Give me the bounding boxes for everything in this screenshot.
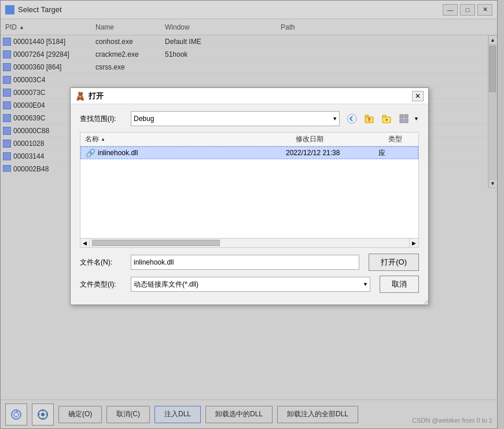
svg-marker-8 [382, 115, 386, 117]
new-folder-icon [381, 113, 392, 124]
svg-marker-6 [365, 115, 369, 117]
file-list[interactable]: 🔗 inlinehook.dll 2022/12/12 21:38 应 [80, 146, 419, 239]
dialog-form-area: 文件名(N): 打开(O) 文件类型(I): 动态链接库文件(*.dll) [80, 248, 419, 293]
file-list-header: 名称 ▲ 修改日期 类型 [80, 132, 419, 146]
horizontal-scrollbar[interactable]: ◀ ▶ [80, 239, 419, 248]
watermark: CSDN @webiker from 0 to 1 [412, 417, 492, 424]
file-date-cell: 2022/12/12 21:38 [286, 149, 378, 157]
cancel-button-area: 取消 [375, 276, 419, 293]
dialog-overlay: 🧸 打开 ✕ 查找范围(I): Debug [1, 1, 497, 428]
look-in-select[interactable]: Debug [131, 111, 340, 126]
back-icon [347, 113, 357, 124]
svg-rect-10 [404, 115, 408, 118]
hscroll-thumb[interactable] [92, 240, 220, 246]
file-type-cell: 应 [378, 148, 413, 158]
filename-row: 文件名(N): 打开(O) [80, 254, 419, 271]
filetype-row: 文件类型(I): 动态链接库文件(*.dll) 取消 [80, 276, 419, 293]
svg-point-4 [347, 114, 356, 123]
file-type-column-header: 类型 [384, 134, 418, 144]
filetype-label: 文件类型(I): [80, 280, 126, 289]
scroll-left-button[interactable]: ◀ [80, 239, 90, 248]
look-in-row: 查找范围(I): Debug [80, 111, 419, 126]
filetype-select[interactable]: 动态链接库文件(*.dll) [131, 277, 370, 292]
back-button[interactable] [344, 111, 359, 126]
filetype-select-wrapper: 动态链接库文件(*.dll) [131, 277, 370, 292]
dialog-title-icon: 🧸 [75, 91, 85, 101]
dialog-body: 查找范围(I): Debug [71, 104, 428, 305]
file-date-column-header: 修改日期 [291, 134, 384, 144]
file-name-cell: 🔗 inlinehook.dll [86, 148, 286, 157]
look-in-label: 查找范围(I): [80, 114, 126, 124]
hscroll-track[interactable] [90, 239, 409, 247]
svg-rect-12 [404, 119, 408, 123]
dialog-toolbar: ▼ [344, 111, 419, 126]
up-folder-button[interactable] [362, 111, 377, 126]
filename-label: 文件名(N): [80, 258, 126, 267]
svg-rect-11 [400, 119, 403, 123]
view-icon [399, 113, 409, 124]
dll-file-icon: 🔗 [86, 148, 95, 157]
look-in-select-wrapper: Debug [131, 111, 340, 126]
file-list-item[interactable]: 🔗 inlinehook.dll 2022/12/12 21:38 应 [80, 146, 418, 159]
filename-input[interactable] [131, 255, 359, 270]
open-button[interactable]: 打开(O) [369, 254, 419, 271]
main-window: Select Target — □ ✕ PID ▲ Name Window Pa… [0, 0, 498, 429]
dialog-close-button[interactable]: ✕ [412, 91, 424, 101]
dialog-action-buttons: 打开(O) [364, 254, 419, 271]
view-dropdown-arrow: ▼ [414, 116, 419, 122]
name-sort-icon: ▲ [101, 137, 105, 142]
up-folder-icon [364, 113, 374, 124]
dialog-resize-handle[interactable]: ⊿ [422, 299, 428, 305]
file-name-column-header: 名称 ▲ [80, 134, 291, 144]
svg-rect-9 [400, 115, 403, 118]
dialog-cancel-button[interactable]: 取消 [380, 276, 419, 293]
dialog-title-text: 打开 [89, 91, 412, 101]
dialog-title-bar: 🧸 打开 ✕ [71, 88, 428, 104]
view-options-button[interactable] [396, 111, 411, 126]
new-folder-button[interactable] [379, 111, 394, 126]
open-file-dialog: 🧸 打开 ✕ 查找范围(I): Debug [70, 87, 429, 305]
scroll-right-button[interactable]: ▶ [409, 239, 418, 248]
